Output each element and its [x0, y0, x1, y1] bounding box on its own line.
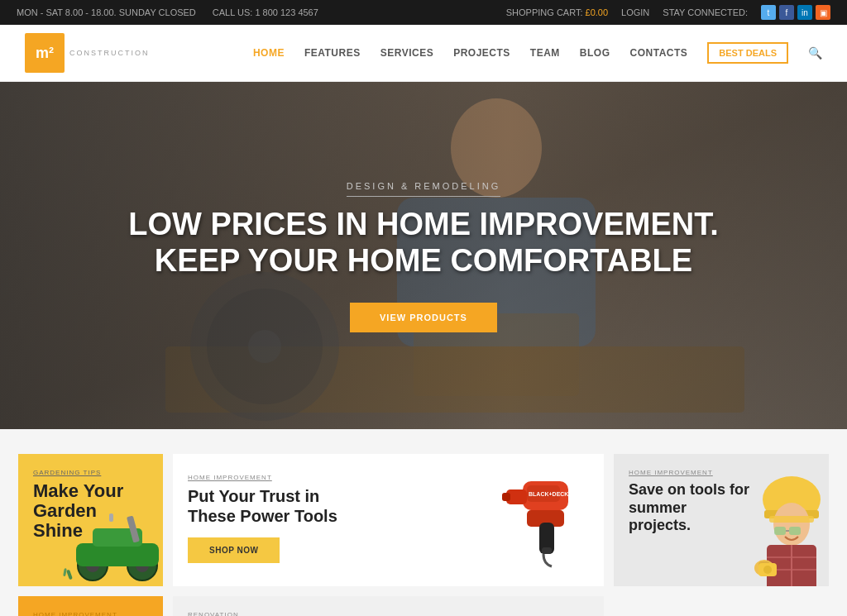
- card1-title: Make Your Garden Shine: [33, 481, 141, 542]
- logo-text: CONSTRUCTION: [68, 49, 150, 57]
- stay-connected-label: STAY CONNECTED:: [663, 7, 748, 17]
- main-nav: HOME FEATURES SERVICES PROJECTS TEAM BLO…: [253, 42, 822, 64]
- nav-contacts[interactable]: CONTACTS: [630, 47, 688, 59]
- card4-category: HOME IMPROVEMENT: [33, 611, 148, 616]
- cart-label[interactable]: SHOPPING CART: £0.00: [506, 7, 608, 17]
- header: m² CONSTRUCTION HOME FEATURES SERVICES P…: [0, 25, 847, 82]
- card-gardening: GARDENING TIPS Make Your Garden Shine: [18, 454, 163, 586]
- svg-rect-16: [66, 570, 73, 580]
- logo-icon: m²: [25, 33, 65, 73]
- worker-icon: [713, 454, 829, 586]
- top-bar-left: MON - SAT 8.00 - 18.00. SUNDAY CLOSED CA…: [17, 7, 318, 17]
- linkedin-icon[interactable]: in: [797, 5, 812, 20]
- twitter-icon[interactable]: t: [761, 5, 776, 20]
- top-bar: MON - SAT 8.00 - 18.00. SUNDAY CLOSED CA…: [0, 0, 847, 25]
- card-bottom-right-placeholder: [614, 596, 829, 616]
- svg-rect-31: [789, 527, 801, 535]
- svg-point-40: [763, 566, 772, 574]
- top-bar-right: SHOPPING CART: £0.00 LOGIN STAY CONNECTE…: [506, 5, 830, 20]
- best-deals-button[interactable]: BEST DEALS: [707, 42, 788, 64]
- card1-category: GARDENING TIPS: [33, 469, 148, 476]
- nav-features[interactable]: FEATURES: [304, 47, 361, 59]
- nav-blog[interactable]: BLOG: [580, 47, 610, 59]
- heat-gun-icon: BLACK+DECKER: [498, 469, 589, 568]
- svg-rect-30: [774, 527, 786, 535]
- svg-rect-23: [542, 547, 552, 554]
- card-save-tools: HOME IMPROVEMENT Save on tools for summe…: [614, 454, 829, 586]
- search-icon[interactable]: 🔍: [808, 46, 822, 60]
- hero-subtitle: DESIGN & REMODELING: [347, 181, 501, 197]
- phone-number: CALL US: 1 800 123 4567: [213, 7, 318, 17]
- card2-shop-button[interactable]: SHOP NOW: [188, 537, 280, 563]
- svg-rect-29: [769, 516, 814, 523]
- svg-rect-17: [63, 568, 67, 576]
- svg-rect-21: [502, 493, 510, 501]
- rss-icon[interactable]: ▣: [816, 5, 830, 20]
- card2-category: HOME IMPROVEMENT: [188, 474, 353, 481]
- facebook-icon[interactable]: f: [779, 5, 794, 20]
- card5-category: RENOVATION: [188, 611, 589, 616]
- business-hours: MON - SAT 8.00 - 18.00. SUNDAY CLOSED: [17, 7, 196, 17]
- hero-content: DESIGN & REMODELING LOW PRICES IN HOME I…: [128, 179, 719, 332]
- card-home-improvement: HOME IMPROVEMENT Save more on Home Impro…: [18, 596, 163, 616]
- hero-title: LOW PRICES IN HOME IMPROVEMENT. KEEP YOU…: [128, 207, 719, 279]
- nav-team[interactable]: TEAM: [530, 47, 560, 59]
- hero-section: DESIGN & REMODELING LOW PRICES IN HOME I…: [0, 82, 847, 429]
- view-products-button[interactable]: VIEW PRODUCTS: [350, 303, 497, 332]
- card-power-tools: HOME IMPROVEMENT Put Your Trust in These…: [173, 454, 604, 586]
- nav-services[interactable]: SERVICES: [380, 47, 433, 59]
- svg-text:BLACK+DECKER: BLACK+DECKER: [529, 491, 577, 497]
- logo[interactable]: m² CONSTRUCTION: [25, 33, 150, 73]
- card2-title: Put Your Trust in These Power Tools: [188, 486, 353, 526]
- cards-section: GARDENING TIPS Make Your Garden Shine: [0, 429, 847, 616]
- nav-home[interactable]: HOME: [253, 47, 285, 59]
- login-link[interactable]: LOGIN: [621, 7, 649, 17]
- nav-projects[interactable]: PROJECTS: [453, 47, 510, 59]
- svg-rect-12: [76, 543, 159, 566]
- card-painting: RENOVATION Tips For Painting A Room: [173, 596, 604, 616]
- social-icons: t f in ▣: [761, 5, 830, 20]
